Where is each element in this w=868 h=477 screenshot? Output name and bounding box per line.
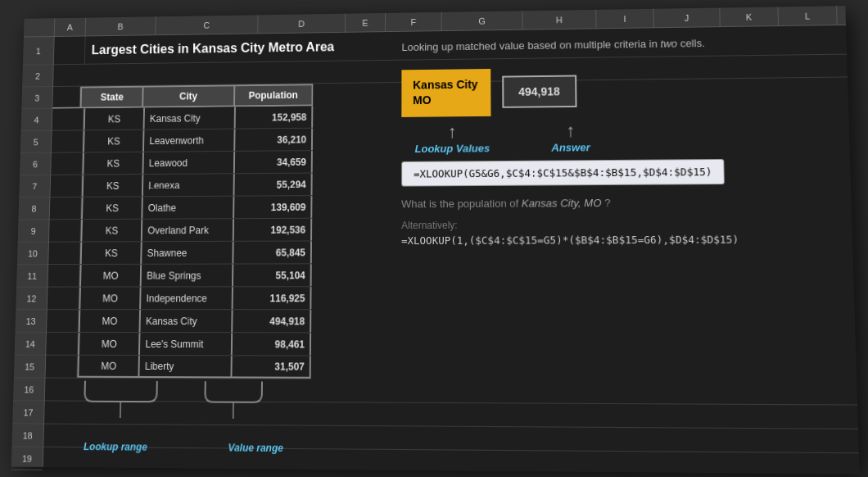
cell-state: MO — [79, 287, 142, 309]
lookup-arrow-group: ↑ Lookup Values — [409, 120, 495, 154]
row-9: 9 — [18, 220, 49, 242]
cell-city: Kansas City — [145, 107, 236, 129]
cell-state: KS — [81, 197, 143, 219]
table-row: KSShawnee65,845 — [48, 241, 312, 265]
row-20: 20 — [11, 470, 43, 477]
table-row: KSOverland Park192,536 — [49, 219, 312, 243]
cell-state: MO — [78, 333, 141, 355]
table-row: KSKansas City152,958 — [52, 106, 314, 130]
col-e: E — [346, 13, 386, 32]
lookup-range-label: Lookup range — [84, 441, 147, 453]
table-row: MOLiberty31,507 — [45, 356, 310, 379]
value-range-label: Value range — [228, 442, 283, 454]
cell-city: Blue Springs — [142, 265, 233, 287]
cell-city: Independence — [141, 287, 233, 309]
col-f: F — [386, 12, 442, 31]
cell-city: Olathe — [143, 197, 235, 219]
cell-city: Shawnee — [142, 242, 234, 264]
col-j: J — [653, 8, 720, 28]
col-c: C — [156, 15, 258, 34]
cell-population: 31,507 — [232, 356, 311, 379]
cell-state: KS — [80, 242, 142, 264]
row-5: 5 — [20, 131, 52, 153]
row-18: 18 — [11, 424, 43, 447]
formula-box: =XLOOKUP(G5&G6,$C$4:$C$15&$B$4:$B$15,$D$… — [401, 159, 725, 187]
cell-city: Leavenworth — [144, 129, 235, 152]
description-text: Looking up matched value based on multip… — [401, 34, 846, 56]
cell-state: MO — [77, 356, 140, 378]
table-row: KSLeawood34,659 — [51, 151, 313, 175]
row-17: 17 — [12, 401, 44, 424]
row-13: 13 — [15, 310, 46, 333]
alt-formula: =XLOOKUP(1,($C$4:$C$15=G5)*($B$4:$B$15=G… — [401, 233, 852, 247]
cell-population: 116,925 — [233, 287, 311, 309]
row-7: 7 — [19, 175, 50, 198]
cell-city: Lenexa — [143, 174, 234, 196]
cell-city: Kansas City — [141, 310, 233, 332]
answer-box: 494,918 — [502, 75, 576, 108]
cell-state: KS — [80, 220, 142, 242]
row-2: 2 — [22, 65, 53, 87]
cells-area: Largest Cities in Kansas City Metro Area… — [43, 25, 860, 475]
col-d: D — [258, 14, 346, 34]
cell-state: MO — [79, 265, 142, 287]
lookup-demo: Kansas City MO 494,918 — [401, 64, 848, 117]
table-row: KSOlathe139,609 — [50, 196, 313, 220]
col-h: H — [523, 10, 597, 30]
row-10: 10 — [17, 243, 48, 266]
row-16: 16 — [13, 378, 45, 401]
table-row: MOBlue Springs55,104 — [47, 264, 311, 287]
cell-population: 152,958 — [235, 106, 313, 128]
row-6: 6 — [20, 153, 51, 175]
header-state: State — [80, 86, 144, 107]
alternatively-label: Alternatively: — [401, 217, 852, 230]
cell-population: 139,609 — [234, 196, 312, 218]
cell-state: MO — [79, 310, 142, 332]
right-panel: Looking up matched value based on multip… — [393, 25, 860, 247]
cell-population: 36,210 — [235, 129, 313, 151]
header-city: City — [143, 84, 235, 106]
spreadsheet: A B C D E F G H I J K L 1 2 3 4 5 6 7 8 … — [11, 6, 860, 474]
cell-population: 65,845 — [233, 241, 312, 263]
table-row: KSLeavenworth36,210 — [52, 129, 313, 153]
table-header-row: State City Population — [52, 84, 313, 109]
row-11: 11 — [16, 265, 47, 288]
arrows-labels-row: ↑ Lookup Values ↑ Answer — [409, 117, 850, 155]
table-row: MOLee's Summit98,461 — [46, 333, 311, 357]
cell-population: 98,461 — [233, 333, 311, 355]
brace-labels: Lookup range Value range — [84, 441, 283, 454]
cell-city: Lee's Summit — [140, 333, 233, 355]
cell-state: KS — [82, 152, 144, 175]
col-a: A — [55, 18, 86, 36]
table-row: MOIndependence116,925 — [47, 287, 312, 310]
row-1: 1 — [23, 37, 54, 66]
col-i: I — [596, 9, 654, 29]
cell-population: 55,104 — [233, 264, 312, 286]
row-4: 4 — [21, 109, 52, 131]
row-3: 3 — [21, 87, 52, 109]
cell-city: Liberty — [140, 356, 233, 378]
data-rows: KSKansas City152,958KSLeavenworth36,210K… — [45, 106, 313, 379]
cell-state: KS — [83, 130, 145, 152]
cell-state: KS — [84, 108, 146, 130]
row-15: 15 — [14, 356, 45, 379]
table-row: KSLenexa55,294 — [50, 174, 312, 198]
grid: 1 2 3 4 5 6 7 8 9 10 11 12 13 14 15 16 1… — [11, 25, 860, 475]
answer-arrow-group: ↑ Answer — [537, 120, 604, 153]
row-19: 19 — [11, 447, 43, 470]
cell-state: KS — [82, 175, 144, 197]
row-8: 8 — [18, 198, 49, 220]
cell-city: Leawood — [144, 152, 235, 174]
cell-city: Overland Park — [142, 219, 234, 241]
col-k: K — [720, 7, 779, 26]
header-population: Population — [235, 84, 314, 105]
lookup-up-arrow: ↑ — [448, 121, 457, 143]
title-row: Largest Cities in Kansas City Metro Area — [85, 33, 335, 65]
col-g: G — [442, 11, 523, 30]
corner-cell — [24, 18, 55, 36]
cell-population: 494,918 — [233, 310, 311, 332]
answer-up-arrow: ↑ — [566, 120, 575, 141]
answer-label: Answer — [551, 141, 590, 153]
cell-population: 192,536 — [234, 219, 313, 241]
col-b: B — [86, 16, 156, 35]
